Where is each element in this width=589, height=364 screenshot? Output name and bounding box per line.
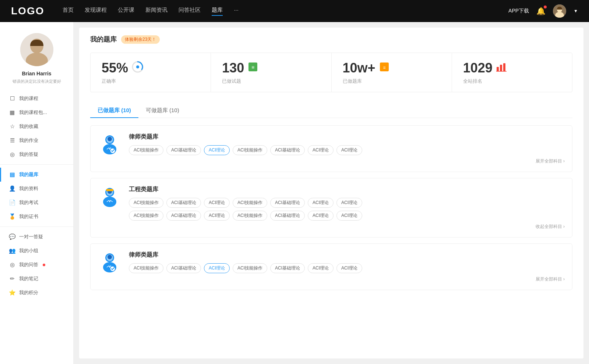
eng-tag2-6[interactable]: ACI理论 — [336, 211, 362, 221]
eng-tag-4[interactable]: ACI基础理论 — [270, 198, 305, 208]
tag-5[interactable]: ACI理论 — [308, 145, 334, 155]
tag-1[interactable]: ACI基础理论 — [166, 145, 201, 155]
svg-text:≡: ≡ — [383, 65, 385, 70]
qbank-engineer-icon — [98, 186, 121, 209]
stat-ranking-value: 1029 — [463, 60, 493, 76]
stat-banks-label: 已做题库 — [343, 78, 441, 85]
qbank-engineer-tags-row2: ACI技能操作 ACI基础理论 ACI理论 ACI技能操作 ACI基础理论 AC… — [129, 211, 565, 221]
cert-icon: 🏅 — [9, 213, 15, 220]
notification-bell[interactable]: 🔔 — [536, 7, 546, 15]
svg-point-19 — [107, 137, 112, 141]
sidebar-item-exam[interactable]: 📄 我的考试 — [0, 196, 73, 210]
sidebar-label-qbank: 我的题库 — [19, 171, 38, 178]
app-download-link[interactable]: APP下载 — [508, 8, 529, 14]
l2-tag-0[interactable]: ACI技能操作 — [129, 263, 163, 273]
eng-tag2-5[interactable]: ACI理论 — [308, 211, 334, 221]
nav-news[interactable]: 新闻资讯 — [145, 7, 167, 16]
sidebar-item-homework[interactable]: ☰ 我的作业 — [0, 133, 73, 147]
expand-link-1[interactable]: 展开全部科目 › — [129, 158, 565, 164]
profile-icon: 👤 — [9, 185, 15, 192]
qbank-engineer-title: 工程类题库 — [129, 186, 565, 193]
tab-done-banks[interactable]: 已做题库 (10) — [90, 103, 138, 118]
nav-courses[interactable]: 发现课程 — [85, 7, 107, 16]
sidebar-item-course-package[interactable]: ▦ 我的课程包... — [0, 106, 73, 119]
eng-tag-3[interactable]: ACI技能操作 — [233, 198, 267, 208]
sidebar: Brian Harris 错误的决定比没有决定要好 ☐ 我的课程 ▦ 我的课程包… — [0, 22, 74, 364]
sidebar-item-qa[interactable]: ◎ 我的答疑 — [0, 147, 73, 161]
main-content: 我的题库 体验剩余23天！ 55% 正确率 — [79, 28, 583, 358]
tab-available-banks[interactable]: 可做题库 (10) — [138, 103, 187, 118]
eng-tag2-1[interactable]: ACI基础理论 — [166, 211, 201, 221]
stats-row: 55% 正确率 130 — [90, 53, 572, 92]
sidebar-item-qbank[interactable]: ▤ 我的题库 — [0, 168, 73, 182]
qbank-card-lawyer-1: 律师类题库 ACI技能操作 ACI基础理论 ACI理论 ACI技能操作 ACI基… — [90, 125, 572, 172]
eng-tag-5[interactable]: ACI理论 — [308, 198, 334, 208]
tag-6[interactable]: ACI理论 — [336, 145, 362, 155]
qbank-lawyer-tags-2: ACI技能操作 ACI基础理论 ACI理论 ACI技能操作 ACI基础理论 AC… — [129, 263, 565, 273]
sidebar-item-group[interactable]: 👥 我的小组 — [0, 244, 73, 258]
sidebar-nav: ☐ 我的课程 ▦ 我的课程包... ☆ 我的收藏 ☰ 我的作业 ◎ 我的答疑 ▤ — [0, 92, 73, 300]
sidebar-avatar — [20, 33, 53, 66]
sidebar-item-my-course[interactable]: ☐ 我的课程 — [0, 92, 73, 106]
nav-qa[interactable]: 问答社区 — [179, 7, 201, 16]
l2-tag-2[interactable]: ACI理论 — [204, 263, 230, 273]
stat-ranking-icon — [496, 62, 507, 74]
sidebar-item-points[interactable]: ⭐ 我的积分 — [0, 286, 73, 300]
nav-qbank[interactable]: 题库 — [212, 7, 223, 16]
eng-tag-1[interactable]: ACI基础理论 — [166, 198, 201, 208]
l2-tag-4[interactable]: ACI基础理论 — [270, 263, 305, 273]
tag-2[interactable]: ACI理论 — [204, 145, 230, 155]
nav-home[interactable]: 首页 — [63, 7, 74, 16]
stat-ranking-row: 1029 — [463, 60, 561, 76]
svg-text:≡: ≡ — [251, 64, 254, 70]
qbank-lawyer-body-1: 律师类题库 ACI技能操作 ACI基础理论 ACI理论 ACI技能操作 ACI基… — [129, 133, 565, 164]
stat-accuracy-icon — [132, 61, 144, 75]
l2-tag-1[interactable]: ACI基础理论 — [166, 263, 201, 273]
user-dropdown-arrow[interactable]: ▼ — [574, 8, 578, 14]
stat-ranking: 1029 全站排名 — [452, 53, 572, 92]
eng-tag2-0[interactable]: ACI技能操作 — [129, 211, 163, 221]
qbank-icon: ▤ — [9, 171, 15, 178]
sidebar-item-notes[interactable]: ✏ 我的笔记 — [0, 272, 73, 286]
user-avatar[interactable] — [553, 4, 566, 18]
sidebar-label-favorites: 我的收藏 — [19, 123, 38, 130]
eng-tag2-2[interactable]: ACI理论 — [204, 211, 230, 221]
sidebar-item-cert[interactable]: 🏅 我的证书 — [0, 210, 73, 224]
tabs-row: 已做题库 (10) 可做题库 (10) — [90, 103, 572, 118]
exam-icon: 📄 — [9, 199, 15, 206]
eng-tag-6[interactable]: ACI理论 — [336, 198, 362, 208]
sidebar-label-profile: 我的资料 — [19, 185, 38, 192]
l2-tag-3[interactable]: ACI技能操作 — [233, 263, 267, 273]
tag-3[interactable]: ACI技能操作 — [233, 145, 267, 155]
sidebar-label-my-course: 我的课程 — [19, 95, 38, 102]
sidebar-motto: 错误的决定比没有决定要好 — [9, 79, 65, 84]
l2-tag-5[interactable]: ACI理论 — [308, 263, 334, 273]
tag-0[interactable]: ACI技能操作 — [129, 145, 163, 155]
eng-tag-2[interactable]: ACI理论 — [204, 198, 230, 208]
sidebar-item-one-on-one[interactable]: 💬 一对一答疑 — [0, 230, 73, 244]
eng-tag-0[interactable]: ACI技能操作 — [129, 198, 163, 208]
nav-more[interactable]: ··· — [234, 7, 239, 16]
sidebar-label-points: 我的积分 — [19, 289, 38, 296]
nav-open-course[interactable]: 公开课 — [118, 7, 134, 16]
sidebar-item-profile[interactable]: 👤 我的资料 — [0, 182, 73, 196]
eng-tag2-3[interactable]: ACI技能操作 — [233, 211, 267, 221]
sidebar-label-notes: 我的笔记 — [19, 275, 38, 282]
sidebar-label-course-pkg: 我的课程包... — [19, 109, 47, 116]
eng-tag2-4[interactable]: ACI基础理论 — [270, 211, 305, 221]
stat-banks-icon: ≡ — [379, 62, 389, 74]
favorites-icon: ☆ — [9, 123, 15, 130]
l2-tag-6[interactable]: ACI理论 — [336, 263, 362, 273]
expand-link-2[interactable]: 收起全部科目 › — [129, 224, 565, 230]
page-title: 我的题库 — [90, 35, 117, 44]
sidebar-item-favorites[interactable]: ☆ 我的收藏 — [0, 119, 73, 133]
navbar-right: APP下载 🔔 ▼ — [508, 4, 578, 18]
tag-4[interactable]: ACI基础理论 — [270, 145, 305, 155]
expand-link-3[interactable]: 展开全部科目 › — [129, 276, 565, 282]
logo: LOGO — [11, 5, 44, 17]
sidebar-item-my-qa[interactable]: ◎ 我的问答 — [0, 258, 73, 272]
course-pkg-icon: ▦ — [9, 109, 15, 116]
qbank-lawyer-title-2: 律师类题库 — [129, 251, 565, 259]
qbank-card-engineer: 工程类题库 ACI技能操作 ACI基础理论 ACI理论 ACI技能操作 ACI基… — [90, 178, 572, 238]
stat-done-questions: 130 ≡ 已做试题 — [211, 53, 331, 92]
